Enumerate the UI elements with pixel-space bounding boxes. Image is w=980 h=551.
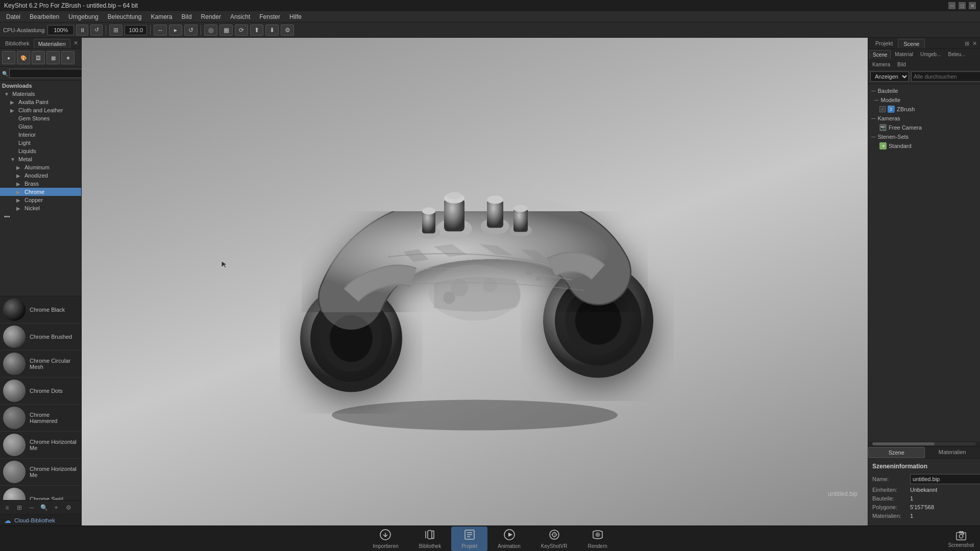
taskbar-bibliothek[interactable]: Bibliothek	[409, 527, 451, 551]
toolbar-icon-2[interactable]: ▸	[169, 24, 182, 36]
search-input[interactable]	[9, 69, 85, 78]
maximize-button[interactable]: □	[959, 2, 966, 9]
tree-cloth-leather[interactable]: ▶Cloth and Leather	[0, 106, 81, 114]
scene-search-input[interactable]	[911, 71, 980, 82]
scrollbar-thumb[interactable]	[872, 442, 935, 445]
subtab-umgeb[interactable]: Umgeb...	[917, 50, 944, 59]
taskbar-keyshotvr[interactable]: KeyShotVR	[531, 527, 578, 551]
lib-icon-textures[interactable]: ▦	[46, 51, 60, 64]
scene-section-kameras[interactable]: ─ Kameras	[868, 114, 980, 123]
tree-copper[interactable]: ▶Copper	[0, 196, 81, 204]
tree-nickel[interactable]: ▶Nickel	[0, 204, 81, 212]
toolbar-icon-7[interactable]: ⬆	[250, 24, 263, 36]
tab-scene[interactable]: Scene	[898, 39, 925, 48]
expand-icon[interactable]: ⊞	[964, 39, 970, 48]
scene-zbrush[interactable]: ✓ Z ZBrush	[868, 105, 980, 114]
menu-bild[interactable]: Bild	[178, 12, 196, 21]
library-close-icon[interactable]: ✕	[71, 39, 80, 48]
tab-projekt[interactable]: Projekt	[870, 39, 898, 48]
subtab-bild[interactable]: Bild	[894, 60, 909, 69]
scene-section-bauteile[interactable]: ─ Bauteile	[868, 86, 980, 95]
lib-icon-favorites[interactable]: ★	[61, 51, 75, 64]
tree-glass[interactable]: Glass	[0, 122, 81, 131]
tab-materialien[interactable]: Materialien	[34, 39, 70, 48]
tree-anodized[interactable]: ▶Anodized	[0, 171, 81, 180]
taskbar-importieren[interactable]: Importieren	[362, 527, 409, 551]
lib-icon-materials[interactable]: ●	[2, 51, 15, 64]
tree-materials[interactable]: ▼Materials	[0, 90, 81, 98]
scene-modelle[interactable]: ─ Modelle	[868, 95, 980, 105]
menu-umgebung[interactable]: Umgebung	[64, 12, 103, 21]
tree-gem-stones[interactable]: Gem Stones	[0, 114, 81, 122]
tree-chrome[interactable]: ▶Chrome	[0, 188, 81, 196]
cpu-input[interactable]	[47, 25, 74, 35]
toolbar-icon-8[interactable]: ⬇	[265, 24, 279, 36]
settings-icon[interactable]: ⚙	[63, 503, 74, 513]
taskbar-projekt[interactable]: Projekt	[451, 527, 487, 551]
refresh-button[interactable]: ↺	[90, 24, 103, 36]
rsm-tab-materialien[interactable]: Materialien	[925, 447, 981, 458]
add-icon[interactable]: +	[51, 503, 61, 513]
toolbar-icon-1[interactable]: ↔	[154, 24, 167, 36]
search-bottom-icon[interactable]: 🔍	[39, 503, 49, 513]
subtab-kamera[interactable]: Kamera	[869, 60, 893, 69]
horizontal-scrollbar[interactable]	[868, 441, 980, 446]
rsm-tab-szene[interactable]: Szene	[868, 447, 925, 458]
tab-bibliothek[interactable]: Bibliothek	[1, 39, 34, 48]
cloud-bibliothek[interactable]: ☁ Cloud-Bibliothek	[0, 514, 81, 525]
toolbar-icon-4[interactable]: ◎	[204, 24, 217, 36]
subtab-material[interactable]: Material	[892, 50, 916, 59]
menu-bearbeiten[interactable]: Bearbeiten	[26, 12, 63, 21]
zbrush-checkbox[interactable]: ✓	[879, 106, 886, 112]
tree-light[interactable]: Light	[0, 139, 81, 147]
menu-fenster[interactable]: Fenster	[255, 12, 284, 21]
screenshot-button[interactable]: Screenshot	[948, 530, 974, 548]
zoom-input[interactable]	[125, 25, 147, 35]
tree-brass[interactable]: ▶Brass	[0, 180, 81, 188]
tree-interior[interactable]: Interior	[0, 131, 81, 139]
thumb-chrome-horizontal1[interactable]: Chrome Horizontal Me	[0, 432, 81, 459]
thumb-chrome-dots[interactable]: Chrome Dots	[0, 378, 81, 405]
thumb-chrome-horizontal2[interactable]: Chrome Horizontal Me	[0, 459, 81, 486]
thumb-chrome-black[interactable]: Chrome Black	[0, 296, 81, 323]
scene-section-stenen[interactable]: ─ Stenen-Sets	[868, 132, 980, 141]
tree-metal[interactable]: ▼Metal	[0, 155, 81, 163]
tree-axalta-paint[interactable]: ▶Axalta Paint	[0, 98, 81, 106]
close-button[interactable]: ✕	[969, 2, 976, 9]
thumb-chrome-swirl[interactable]: Chrome Swirl	[0, 486, 81, 500]
menu-ansicht[interactable]: Ansicht	[226, 12, 254, 21]
scene-free-camera[interactable]: 📷 Free Camera	[868, 123, 980, 132]
taskbar-animation[interactable]: Animation	[487, 527, 530, 551]
minimize-button[interactable]: ─	[948, 2, 955, 9]
tree-liquids[interactable]: Liquids	[0, 147, 81, 155]
menu-render[interactable]: Render	[197, 12, 225, 21]
anzeigen-dropdown[interactable]: Anzeigen	[870, 71, 909, 82]
tree-more[interactable]: •••	[0, 212, 81, 220]
list-view-icon[interactable]: ≡	[2, 503, 12, 513]
grid-button[interactable]: ⊞	[109, 24, 122, 36]
pause-button[interactable]: ⏸	[76, 24, 88, 36]
close-right-icon[interactable]: ✕	[971, 39, 978, 48]
slider-icon[interactable]: ─	[27, 503, 37, 513]
tree-root-downloads[interactable]: Downloads	[0, 82, 81, 90]
subtab-beleu[interactable]: Beleu...	[945, 50, 969, 59]
menu-hilfe[interactable]: Hilfe	[285, 12, 306, 21]
toolbar-icon-9[interactable]: ⚙	[281, 24, 294, 36]
viewport[interactable]: untitled.bip	[82, 38, 868, 525]
tree-aluminum[interactable]: ▶Aluminum	[0, 163, 81, 171]
toolbar-icon-5[interactable]: ▦	[219, 24, 233, 36]
lib-icon-images[interactable]: 🖼	[32, 51, 45, 64]
taskbar-rendern[interactable]: Rendern	[577, 527, 617, 551]
lib-icon-colors[interactable]: 🎨	[17, 51, 30, 64]
toolbar-icon-3[interactable]: ↺	[184, 24, 198, 36]
toolbar-icon-6[interactable]: ⟳	[235, 24, 248, 36]
thumb-chrome-hammered[interactable]: Chrome Hammered	[0, 405, 81, 432]
menu-beleuchtung[interactable]: Beleuchtung	[104, 12, 146, 21]
subtab-scene[interactable]: Scene	[869, 50, 891, 59]
menu-kamera[interactable]: Kamera	[147, 12, 177, 21]
menu-datei[interactable]: Datei	[2, 12, 24, 21]
scene-standard[interactable]: ☀ Standard	[868, 141, 980, 151]
thumb-chrome-circular[interactable]: Chrome Circular Mesh	[0, 350, 81, 378]
grid-view-icon[interactable]: ⊞	[14, 503, 24, 513]
name-input[interactable]	[910, 474, 980, 484]
